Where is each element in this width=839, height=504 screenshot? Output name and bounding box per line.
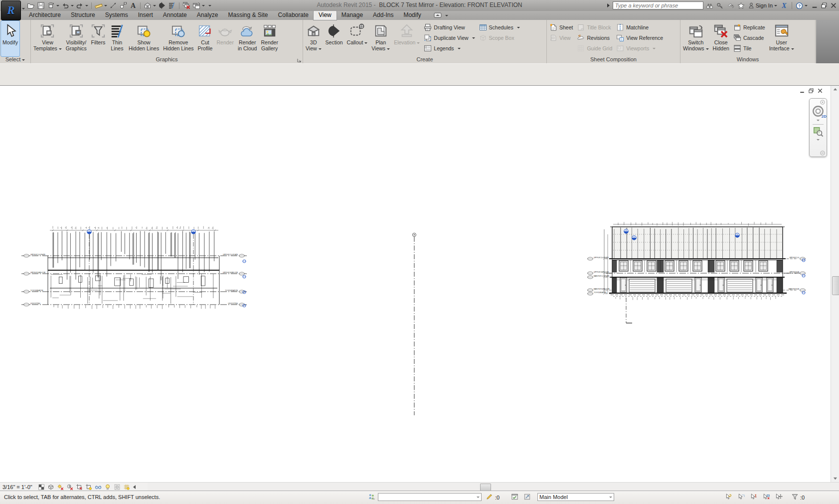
replicate-button[interactable]: Replicate [733, 22, 765, 32]
vertical-scrollbar[interactable] [831, 86, 839, 482]
thin-lines-button[interactable] [167, 1, 177, 10]
plan-views-button[interactable]: PlanViews [370, 21, 391, 56]
tab-insert[interactable]: Insert [133, 10, 158, 20]
thin-lines-button[interactable]: ThinLines [108, 21, 126, 56]
binoculars-button[interactable] [705, 1, 714, 10]
drag-on-selection-toggle[interactable] [775, 493, 783, 501]
ribbon-display-toggle[interactable] [431, 12, 451, 20]
crop-region-button[interactable] [85, 484, 92, 491]
reference-plane[interactable] [413, 233, 416, 416]
scroll-up-icon[interactable] [832, 86, 839, 93]
window-close-button[interactable] [829, 1, 838, 10]
steering-wheel-2d-button[interactable]: 2D [812, 105, 825, 118]
cascade-button[interactable]: Cascade [733, 32, 765, 43]
tab-view[interactable]: View [314, 10, 336, 20]
section-button[interactable]: Section [324, 21, 344, 56]
navbar-minimize-icon[interactable] [820, 151, 825, 156]
sign-in-button[interactable]: Sign In [747, 1, 778, 10]
collapse-arrow-icon[interactable] [133, 485, 137, 490]
view-minimize-button[interactable] [798, 87, 806, 94]
select-by-face-toggle[interactable] [763, 493, 770, 501]
switch-windows-button[interactable] [191, 1, 206, 10]
duplicate-view-button[interactable]: Duplicate View [424, 32, 475, 43]
dialog-launcher-icon[interactable] [297, 58, 302, 63]
tab-massing-site[interactable]: Massing & Site [223, 10, 273, 20]
shadows-button[interactable] [66, 484, 73, 491]
right-elevation-drawing[interactable]: UPP FLR CLG PLATEUPP FLR SUBFLOORMAIN FL… [588, 222, 806, 323]
guide-grid-button[interactable]: Guide Grid [577, 43, 612, 53]
zoom-region-button[interactable] [813, 126, 824, 137]
3d-view-button[interactable]: 3DView [304, 21, 323, 56]
visibility-graphics-button[interactable]: Visibility/Graphics [64, 21, 88, 56]
aligned-dimension-button[interactable] [108, 1, 118, 10]
elevation-button[interactable]: Elevation [392, 21, 421, 56]
vertical-scroll-thumb[interactable] [832, 276, 839, 295]
tab-manage[interactable]: Manage [336, 10, 368, 20]
panel-create-footer[interactable]: Create [303, 56, 546, 63]
user-interface-button[interactable]: UserInterface [768, 21, 796, 56]
undo-button[interactable] [60, 1, 75, 10]
view-templates-button[interactable]: ViewTemplates [32, 21, 63, 56]
switch-windows-button[interactable]: SwitchWindows [681, 21, 710, 56]
horizontal-scroll-thumb[interactable] [480, 484, 491, 491]
legends-button[interactable]: Legends [424, 43, 475, 53]
customize-quick-access-button[interactable] [206, 1, 212, 10]
active-design-option-dropdown[interactable]: Main Model [537, 493, 614, 501]
view-close-button[interactable] [816, 87, 824, 94]
section-button[interactable] [157, 1, 167, 10]
view-reference-button[interactable]: 1View Reference [616, 32, 663, 43]
satellite-button[interactable] [726, 1, 735, 10]
temporary-view-properties-button[interactable] [114, 484, 121, 491]
open-button[interactable] [26, 1, 36, 10]
tab-annotate[interactable]: Annotate [158, 10, 192, 20]
tab-structure[interactable]: Structure [66, 10, 100, 20]
remove-hidden-lines-button[interactable]: RemoveHidden Lines [162, 21, 195, 56]
active-workset-dropdown[interactable] [378, 493, 482, 501]
view-scale-button[interactable]: 3/16" = 1'-0" [2, 484, 32, 490]
search-input[interactable] [613, 1, 703, 9]
detail-level-button[interactable] [38, 484, 45, 491]
panel-graphics-footer[interactable]: Graphics [31, 56, 303, 63]
temporary-hide-button[interactable] [95, 484, 102, 491]
select-underlay-toggle[interactable] [738, 493, 745, 501]
scroll-down-icon[interactable] [832, 475, 839, 482]
modify-button[interactable]: Modify [1, 21, 19, 56]
window-minimize-button[interactable] [810, 1, 819, 10]
revisions-button[interactable]: Revisions [577, 32, 612, 43]
navbar-close-icon[interactable] [820, 100, 825, 105]
text-button[interactable]: A [128, 1, 138, 10]
schedules-button[interactable]: Schedules [479, 22, 520, 32]
exclude-options-toggle[interactable] [523, 493, 531, 501]
callout-button[interactable]: Callout [345, 21, 369, 56]
viewports-button[interactable]: Viewports [616, 43, 663, 53]
search-expand-icon[interactable] [606, 1, 611, 10]
synchronize-button[interactable] [46, 1, 60, 10]
editable-only-toggle[interactable] [486, 493, 493, 501]
exchange-apps-button[interactable]: X [780, 1, 789, 10]
tab-architecture[interactable]: Architecture [24, 10, 66, 20]
tab-systems[interactable]: Systems [100, 10, 133, 20]
reveal-hidden-button[interactable] [104, 484, 111, 491]
panel-select-footer[interactable]: Select [0, 56, 30, 63]
redo-button[interactable] [75, 1, 89, 10]
cut-profile-button[interactable]: CutProfile [196, 21, 214, 56]
render-in-cloud-button[interactable]: Renderin Cloud [236, 21, 259, 56]
zoom-options-caret-icon[interactable] [817, 139, 820, 142]
panel-sheet-composition-footer[interactable]: Sheet Composition [547, 56, 680, 63]
help-button[interactable]: ? [795, 1, 808, 10]
tab-collaborate[interactable]: Collaborate [273, 10, 314, 20]
close-hidden-windows-button[interactable] [181, 1, 191, 10]
design-options-button[interactable] [511, 493, 518, 501]
crop-view-button[interactable] [76, 484, 83, 491]
worksets-button[interactable] [368, 493, 375, 501]
matchline-button[interactable]: Matchline [616, 22, 663, 32]
title-block-button[interactable]: Title Block [577, 22, 612, 32]
tab-add-ins[interactable]: Add-Ins [368, 10, 398, 20]
select-links-toggle[interactable] [725, 493, 733, 501]
select-pinned-toggle[interactable] [750, 493, 758, 501]
reveal-constraints-button[interactable] [123, 484, 130, 491]
view-restore-button[interactable] [807, 87, 815, 94]
tile-button[interactable]: Tile [733, 43, 765, 53]
wheel-options-caret-icon[interactable] [817, 120, 820, 123]
star-button[interactable] [737, 1, 745, 10]
